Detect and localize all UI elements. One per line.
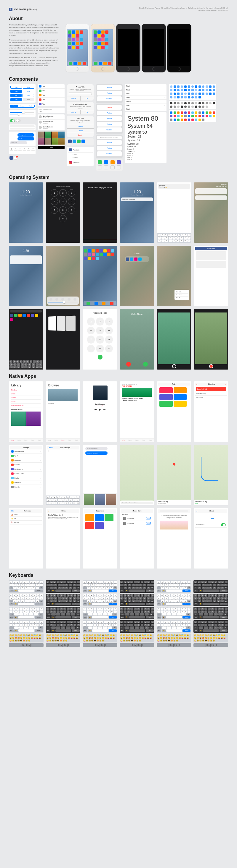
key[interactable]: 2	[161, 608, 163, 610]
button[interactable]: Title	[23, 98, 34, 101]
key[interactable]: 6	[26, 621, 29, 623]
emoji-key[interactable]: 😜	[187, 637, 189, 639]
key[interactable]: Y	[174, 594, 177, 597]
key[interactable]: G	[98, 597, 102, 599]
emoji-key[interactable]: 😜	[39, 637, 41, 639]
key[interactable]: :	[90, 611, 93, 613]
text-field[interactable]	[10, 128, 35, 129]
list-item[interactable]: Downloaded Music	[11, 404, 41, 407]
key[interactable]: 1	[9, 621, 12, 623]
key[interactable]: @	[184, 624, 187, 626]
key[interactable]: .	[88, 613, 93, 616]
key[interactable]: ;	[130, 611, 133, 613]
key[interactable]: 1	[9, 608, 12, 610]
emoji-key[interactable]: 😇	[218, 634, 220, 637]
key[interactable]: ABC	[194, 616, 198, 618]
emoji-key[interactable]: 🤪	[120, 640, 123, 642]
key[interactable]: @	[74, 611, 76, 613]
key[interactable]: 0	[225, 621, 228, 623]
key[interactable]: 😀	[199, 603, 203, 605]
key[interactable]: J	[69, 584, 72, 586]
key[interactable]: X	[54, 600, 57, 602]
emoji-key[interactable]: 😗	[97, 637, 99, 639]
key[interactable]: L	[150, 597, 154, 599]
key[interactable]: L	[187, 584, 190, 586]
key[interactable]: :	[201, 611, 204, 613]
key[interactable]: ⌫	[38, 626, 43, 629]
key[interactable]: K	[36, 584, 39, 586]
emoji-key[interactable]: 😂	[99, 634, 102, 637]
activity-icon[interactable]	[110, 160, 115, 164]
key[interactable]: &	[181, 624, 184, 626]
settings-row[interactable]: Control Center›	[10, 471, 42, 476]
key[interactable]: 1	[47, 608, 50, 610]
key[interactable]: '	[181, 626, 186, 629]
app-icon[interactable]	[105, 42, 108, 45]
key[interactable]: .	[125, 613, 129, 616]
app-icon[interactable]	[101, 46, 105, 49]
app-icon[interactable]	[80, 42, 83, 45]
key[interactable]: W	[124, 594, 127, 597]
key[interactable]: S	[161, 597, 164, 599]
key[interactable]: F	[132, 597, 135, 599]
app-icon[interactable]	[86, 302, 90, 305]
key[interactable]: S	[124, 597, 127, 599]
key[interactable]: A	[47, 499, 50, 501]
emoji-key[interactable]: 😀	[83, 634, 86, 637]
key[interactable]: F	[21, 584, 24, 586]
key[interactable]: $	[67, 624, 70, 626]
key[interactable]: -	[9, 624, 12, 626]
app-icon[interactable]	[76, 46, 79, 49]
emoji-key[interactable]: 🧐	[15, 640, 17, 642]
list-item[interactable]: Playlists	[11, 388, 41, 392]
key[interactable]: ⌫	[149, 613, 154, 616]
emoji-key[interactable]: 😜	[223, 637, 226, 639]
key[interactable]: 😀	[125, 590, 129, 592]
key[interactable]: 1	[47, 621, 50, 623]
key[interactable]: #+=	[47, 613, 51, 616]
key[interactable]: 5	[170, 621, 174, 623]
key[interactable]: M	[73, 502, 76, 504]
emoji-key[interactable]: 🤓	[91, 640, 94, 642]
key[interactable]: 3	[90, 608, 93, 610]
emoji-key[interactable]: 🙃	[187, 634, 189, 637]
key[interactable]: V	[209, 600, 212, 602]
key[interactable]: L	[113, 597, 117, 599]
key[interactable]: 123	[194, 603, 198, 605]
key[interactable]: -	[47, 611, 50, 613]
key[interactable]: O	[36, 594, 40, 597]
key[interactable]: ⇧	[120, 600, 124, 602]
key[interactable]: ,	[167, 613, 171, 616]
key[interactable]: Search	[183, 616, 190, 618]
emoji-key[interactable]: 😁	[128, 634, 131, 637]
segmented-control[interactable]: FirstSecondThird	[10, 105, 35, 107]
emoji-key[interactable]: 😍	[15, 637, 17, 639]
app-icon[interactable]	[88, 249, 91, 252]
emoji-key[interactable]: 😜	[76, 637, 78, 639]
key[interactable]: I	[218, 581, 221, 583]
emoji-key[interactable]: 😛	[144, 637, 147, 639]
key[interactable]: (	[97, 611, 100, 613]
key[interactable]: (	[97, 624, 100, 626]
keyboard-dictation[interactable]	[193, 643, 228, 647]
key[interactable]: 6	[100, 608, 103, 610]
key[interactable]: '	[218, 613, 223, 616]
key[interactable]: J	[180, 584, 183, 586]
key[interactable]: 3	[164, 608, 167, 610]
key[interactable]: W	[50, 496, 53, 498]
emoji-key[interactable]: 😚	[213, 637, 215, 639]
key[interactable]: )	[137, 611, 140, 613]
key[interactable]: 0	[114, 621, 117, 623]
key[interactable]: 7	[104, 608, 107, 610]
key[interactable]	[55, 616, 71, 618]
key[interactable]: D	[17, 597, 20, 599]
key[interactable]: 5	[60, 621, 63, 623]
key[interactable]: V	[24, 366, 28, 368]
key[interactable]: :	[16, 624, 19, 626]
emoji-key[interactable]: 😆	[168, 634, 170, 637]
app-icon[interactable]	[100, 253, 103, 256]
key[interactable]: S	[50, 584, 53, 586]
key[interactable]: X	[17, 600, 20, 602]
key[interactable]	[166, 616, 182, 618]
emoji-key[interactable]: 🥰	[91, 637, 94, 639]
